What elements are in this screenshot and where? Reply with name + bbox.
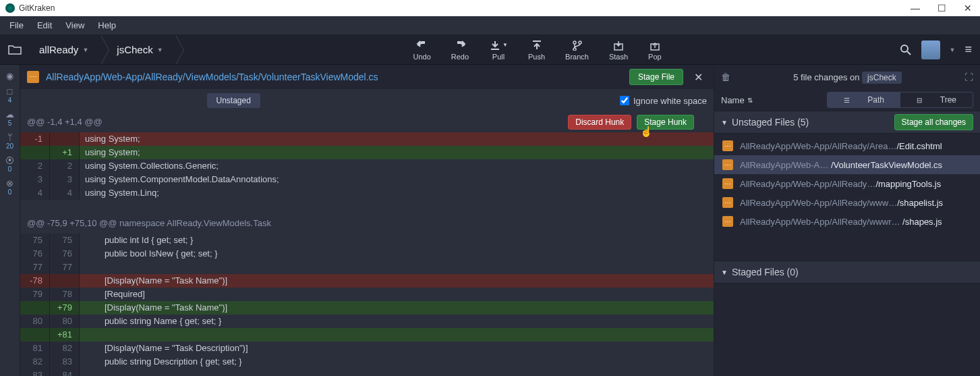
code-content	[80, 261, 714, 274]
diff-line[interactable]: 33using System.ComponentModel.DataAnnota…	[20, 173, 714, 186]
diff-line[interactable]: 22using System.Collections.Generic;	[20, 159, 714, 173]
file-row[interactable]: ⋯AllReadyApp/Web-App/AllReady/www…/shape…	[714, 193, 980, 212]
diff-line[interactable]: 7575 public int Id { get; set; }	[20, 234, 714, 247]
push-button[interactable]: Push	[524, 39, 549, 61]
search-button[interactable]	[900, 44, 912, 56]
code-content: [Display(Name = "Task Description")]	[80, 342, 714, 355]
file-row[interactable]: ⋯AllReadyApp/Web-App/AllReady/Area…/Edit…	[714, 136, 980, 155]
view-tree-tab[interactable]: ⊟ Tree	[900, 92, 973, 107]
file-row[interactable]: ⋯AllReadyApp/Web-A… /VolunteerTaskViewMo…	[714, 155, 980, 174]
file-modified-icon: ⋯	[722, 140, 733, 151]
ignore-whitespace-checkbox[interactable]	[620, 96, 629, 105]
code-content: using System.Collections.Generic;	[80, 159, 714, 173]
view-tree-label: Tree	[932, 92, 964, 107]
rail-item-0[interactable]: ◉	[6, 69, 13, 83]
minimize-button[interactable]: —	[908, 3, 923, 14]
file-row[interactable]: ⋯AllReadyApp/Web-App/AllReady/wwwr… /sha…	[714, 212, 980, 231]
menu-help[interactable]: Help	[91, 18, 123, 33]
changes-label: 5 file changes on jsCheck	[736, 72, 959, 82]
diff-line[interactable]: 8283 public string Description { get; se…	[20, 355, 714, 369]
file-path-label: AllReadyApp/Web-App/AllReady/wwwr… /shap…	[740, 217, 972, 227]
pull-label: Pull	[492, 53, 505, 61]
rail-icon: ☁	[5, 109, 14, 119]
svg-point-5	[901, 45, 908, 52]
window-title: GitKraken	[19, 3, 908, 13]
code-content	[80, 369, 714, 376]
undo-button[interactable]: Undo	[409, 39, 434, 61]
pop-button[interactable]: Pop	[644, 39, 666, 61]
old-line-number: 75	[20, 234, 50, 247]
sort-icon: ⇅	[747, 97, 753, 104]
maximize-button[interactable]: ☐	[935, 3, 949, 14]
new-line-number: 75	[50, 234, 80, 247]
folder-button[interactable]	[0, 35, 30, 64]
rail-count: 0	[8, 165, 12, 173]
push-icon	[531, 39, 543, 51]
changes-toolbar: Name ⇅ ☰ Path ⊟ Tree	[714, 89, 980, 111]
hamburger-menu[interactable]: ≡	[964, 43, 972, 57]
expand-panel-button[interactable]: ⛶	[964, 72, 973, 82]
code-content: [Required]	[80, 288, 714, 301]
rail-item-2[interactable]: ☁5	[5, 107, 14, 129]
diff-line[interactable]: 7777	[20, 261, 714, 274]
code-content: using System;	[80, 146, 714, 159]
pop-label: Pop	[648, 53, 662, 61]
sort-by-name[interactable]: Name ⇅	[721, 95, 753, 105]
diff-line[interactable]: -78 [Display(Name = "Task Name")]	[20, 274, 714, 288]
search-icon	[900, 44, 912, 56]
hunk-header: @@ -1,4 +1,4 @@Discard HunkStage Hunk☝	[20, 112, 714, 132]
avatar[interactable]	[921, 41, 940, 59]
discard-hunk-button[interactable]: Discard Hunk	[568, 115, 631, 130]
stage-file-button[interactable]: Stage File	[629, 69, 683, 85]
diff-line[interactable]: -1using System;	[20, 132, 714, 146]
file-path-label: AllReadyApp/Web-A… /VolunteerTaskViewMod…	[740, 160, 972, 170]
diff-line[interactable]: +79 [Display(Name = "Task Name")]	[20, 301, 714, 315]
diff-line[interactable]: 8384	[20, 369, 714, 376]
menu-file[interactable]: File	[3, 18, 30, 33]
diff-line[interactable]: 8080 public string Name { get; set; }	[20, 315, 714, 328]
close-button[interactable]: ✕	[961, 3, 975, 14]
file-type-icon: ⋯	[27, 71, 39, 83]
diff-line[interactable]: 7676 public bool IsNew { get; set; }	[20, 247, 714, 261]
old-line-number: 76	[20, 247, 50, 261]
diff-line[interactable]: 7978 [Required]	[20, 288, 714, 301]
redo-button[interactable]: Redo	[447, 39, 473, 61]
discard-all-button[interactable]: 🗑	[721, 72, 730, 82]
menu-edit[interactable]: Edit	[30, 18, 59, 33]
file-path-label: AllReadyApp/Web-App/AllReady/Area…/Edit.…	[740, 141, 972, 151]
new-line-number: +81	[50, 328, 80, 342]
new-line-number: +79	[50, 301, 80, 315]
new-line-number: 77	[50, 261, 80, 274]
hunk-header: @@ -75,9 +75,10 @@ namespace AllReady.Vi…	[20, 213, 714, 234]
rail-item-1[interactable]: □4	[7, 84, 13, 106]
stage-all-button[interactable]: Stage all changes	[894, 114, 973, 130]
diff-line[interactable]: 44using System.Linq;	[20, 186, 714, 200]
staged-section-header[interactable]: ▼ Staged Files (0)	[714, 261, 980, 284]
code-content: using System.ComponentModel.DataAnnotati…	[80, 173, 714, 186]
svg-line-6	[907, 51, 911, 55]
chevron-down-icon: ▼	[82, 47, 88, 53]
main-toolbar: allReady ▼ jsCheck ▼ UndoRedo▼PullPushBr…	[0, 35, 980, 65]
rail-icon: □	[7, 86, 13, 97]
pull-button[interactable]: ▼Pull	[485, 39, 512, 61]
branch-button[interactable]: Branch	[561, 39, 593, 61]
diff-line[interactable]: 8182 [Display(Name = "Task Description")…	[20, 342, 714, 355]
rail-item-3[interactable]: ᛘ20	[6, 130, 13, 152]
menu-view[interactable]: View	[59, 18, 91, 33]
breadcrumb-branch[interactable]: jsCheck ▼	[100, 35, 175, 64]
view-path-tab[interactable]: ☰ Path	[828, 92, 900, 107]
diff-line[interactable]: +81	[20, 328, 714, 342]
file-row[interactable]: ⋯AllReadyApp/Web-App/AllReady…/mappingTo…	[714, 174, 980, 193]
stash-label: Stash	[609, 53, 628, 61]
unstaged-section-header[interactable]: ▼ Unstaged Files (5) Stage all changes	[714, 111, 980, 134]
diff-line[interactable]: +1using System;	[20, 146, 714, 159]
rail-item-5[interactable]: ⊗0	[6, 176, 13, 198]
stash-button[interactable]: Stash	[605, 39, 632, 61]
old-line-number: 4	[20, 186, 50, 200]
ignore-whitespace-toggle[interactable]: Ignore white space	[620, 96, 707, 106]
stage-hunk-button[interactable]: Stage Hunk	[637, 115, 694, 130]
rail-item-4[interactable]: ⦿0	[5, 153, 14, 175]
breadcrumb-repo[interactable]: allReady ▼	[30, 35, 100, 64]
close-diff-button[interactable]: ✕	[690, 71, 707, 84]
changes-header: 🗑 5 file changes on jsCheck ⛶	[714, 65, 980, 89]
